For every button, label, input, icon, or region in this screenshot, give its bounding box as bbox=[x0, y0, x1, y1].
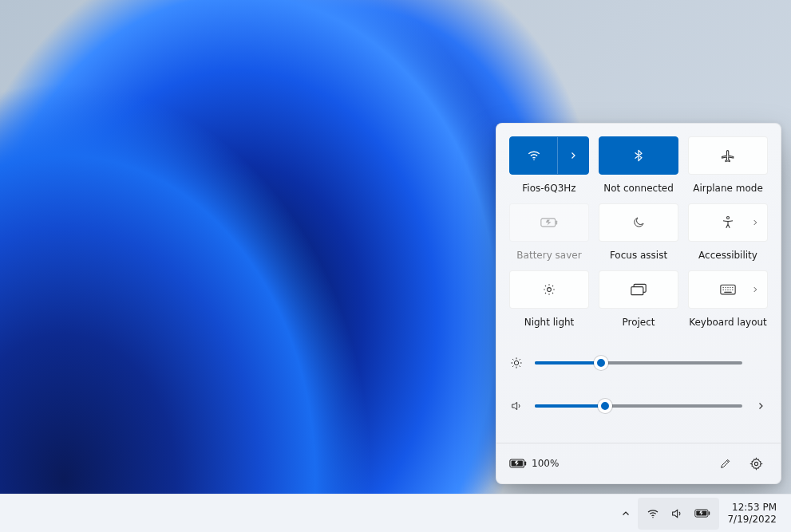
volume-fill bbox=[535, 404, 605, 408]
wifi-tile[interactable] bbox=[509, 136, 589, 175]
quick-actions-footer: 100% bbox=[496, 443, 781, 483]
brightness-icon bbox=[509, 357, 524, 369]
volume-slider-row bbox=[509, 390, 768, 422]
wifi-toggle[interactable] bbox=[510, 137, 558, 174]
pencil-icon bbox=[719, 457, 732, 470]
svg-point-8 bbox=[514, 361, 518, 365]
volume-icon bbox=[670, 507, 683, 520]
project-label: Project bbox=[622, 317, 655, 328]
battery-saver-tile bbox=[509, 203, 589, 242]
wifi-label: Fios-6Q3Hz bbox=[522, 183, 575, 194]
chevron-right-icon bbox=[751, 286, 759, 294]
project-icon bbox=[631, 283, 647, 296]
wifi-icon bbox=[527, 148, 541, 163]
keyboard-layout-tile[interactable] bbox=[688, 270, 768, 309]
tray-battery-button[interactable] bbox=[689, 498, 716, 530]
night-light-icon bbox=[542, 282, 556, 297]
airplane-mode-tile[interactable] bbox=[688, 136, 768, 175]
svg-rect-15 bbox=[709, 511, 710, 515]
clock-date: 7/19/2022 bbox=[727, 514, 777, 526]
svg-rect-2 bbox=[556, 220, 557, 224]
quick-action-tiles: Fios-6Q3Hz Not connected Airplane mode B… bbox=[509, 136, 768, 328]
keyboard-icon bbox=[720, 284, 736, 295]
focus-assist-label: Focus assist bbox=[610, 250, 667, 261]
battery-charging-icon bbox=[694, 508, 710, 518]
clock-time: 12:53 PM bbox=[732, 502, 777, 514]
tray-volume-button[interactable] bbox=[665, 498, 689, 530]
bluetooth-icon bbox=[632, 148, 645, 163]
accessibility-tile[interactable] bbox=[688, 203, 768, 242]
wifi-expand-button[interactable] bbox=[558, 137, 588, 174]
svg-rect-6 bbox=[631, 287, 643, 295]
svg-rect-10 bbox=[524, 461, 526, 465]
accessibility-label: Accessibility bbox=[698, 250, 757, 261]
moon-icon bbox=[632, 216, 645, 229]
bluetooth-tile[interactable] bbox=[599, 136, 678, 175]
brightness-fill bbox=[535, 361, 601, 365]
brightness-thumb[interactable] bbox=[594, 356, 608, 370]
battery-saver-label: Battery saver bbox=[516, 250, 581, 261]
gear-icon bbox=[749, 457, 763, 471]
night-light-tile[interactable] bbox=[509, 270, 589, 309]
wifi-icon bbox=[647, 507, 659, 520]
volume-thumb[interactable] bbox=[598, 399, 612, 413]
volume-slider[interactable] bbox=[535, 404, 742, 408]
chevron-right-icon bbox=[568, 151, 578, 160]
tray-wifi-button[interactable] bbox=[641, 498, 665, 530]
svg-point-13 bbox=[653, 517, 654, 518]
taskbar-clock[interactable]: 12:53 PM 7/19/2022 bbox=[721, 502, 783, 526]
edit-quick-actions-button[interactable] bbox=[714, 451, 738, 475]
sliders-section bbox=[509, 347, 768, 443]
airplane-mode-label: Airplane mode bbox=[693, 183, 763, 194]
brightness-slider-row bbox=[509, 347, 768, 379]
chevron-right-icon bbox=[751, 219, 759, 227]
airplane-icon bbox=[721, 148, 735, 163]
tray-overflow-button[interactable] bbox=[615, 498, 636, 530]
brightness-slider[interactable] bbox=[535, 361, 742, 365]
system-tray-group[interactable] bbox=[638, 498, 719, 530]
chevron-right-icon bbox=[756, 401, 765, 411]
svg-point-3 bbox=[727, 217, 730, 219]
svg-point-12 bbox=[754, 462, 757, 465]
focus-assist-tile[interactable] bbox=[599, 203, 678, 242]
bluetooth-label: Not connected bbox=[603, 183, 674, 194]
accessibility-icon bbox=[721, 215, 735, 230]
settings-button[interactable] bbox=[744, 451, 768, 475]
quick-actions-panel: Fios-6Q3Hz Not connected Airplane mode B… bbox=[496, 123, 781, 484]
chevron-up-icon bbox=[621, 509, 631, 518]
battery-saver-icon bbox=[540, 217, 558, 228]
battery-percent-text: 100% bbox=[532, 458, 559, 469]
night-light-label: Night light bbox=[524, 317, 575, 328]
project-tile[interactable] bbox=[599, 270, 678, 309]
volume-output-button[interactable] bbox=[753, 401, 768, 411]
keyboard-layout-label: Keyboard layout bbox=[689, 317, 767, 328]
volume-icon bbox=[509, 400, 524, 412]
battery-charging-icon[interactable]: 100% bbox=[509, 458, 559, 469]
taskbar: 12:53 PM 7/19/2022 bbox=[0, 494, 791, 532]
svg-point-4 bbox=[548, 288, 552, 292]
svg-point-0 bbox=[533, 160, 535, 161]
